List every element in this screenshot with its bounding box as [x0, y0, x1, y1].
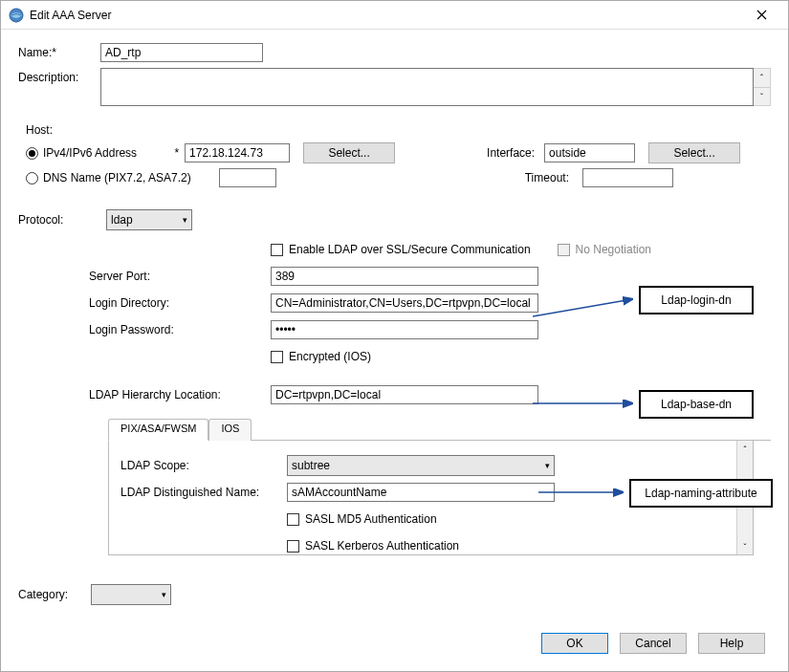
login-dir-input[interactable]	[271, 293, 538, 313]
timeout-label: Timeout:	[525, 171, 582, 184]
sasl-md5-label: SASL MD5 Authentication	[305, 512, 437, 526]
category-row: Category: ▾	[18, 584, 771, 605]
chevron-down-icon: ▾	[545, 461, 550, 470]
interface-label: Interface:	[487, 146, 544, 160]
scope-select[interactable]: subtree ▾	[287, 455, 555, 476]
login-pw-row: Login Password:	[89, 316, 771, 343]
host-select-button[interactable]: Select...	[303, 142, 395, 163]
dn-input[interactable]	[287, 483, 555, 502]
ldap-tabstrip: PIX/ASA/FWSM IOS	[108, 418, 771, 441]
ipv4-ipv6-input[interactable]	[185, 143, 290, 163]
host-section: Host: IPv4/IPv6 Address * Select... Inte…	[18, 123, 771, 190]
scope-row: LDAP Scope: subtree ▾	[121, 452, 724, 479]
enable-ssl-label: Enable LDAP over SSL/Secure Communicatio…	[289, 243, 531, 256]
sasl-krb-label: SASL Kerberos Authentication	[305, 539, 459, 553]
login-pw-label: Login Password:	[89, 323, 271, 336]
server-port-label: Server Port:	[89, 270, 271, 283]
close-button[interactable]	[742, 2, 780, 29]
sasl-krb-row: SASL Kerberos Authentication	[121, 532, 724, 559]
annotation-base-dn: Ldap-base-dn	[639, 390, 754, 419]
chevron-down-icon: ▾	[162, 590, 166, 599]
arrow-login-dn	[533, 293, 638, 322]
svg-line-1	[533, 299, 632, 316]
help-button[interactable]: Help	[698, 633, 765, 654]
dn-label: LDAP Distinguished Name:	[121, 486, 287, 499]
description-input[interactable]	[100, 68, 754, 106]
hierarchy-input[interactable]	[271, 385, 538, 404]
protocol-select[interactable]: ldap ▾	[106, 209, 192, 230]
tab-ios[interactable]: IOS	[208, 419, 252, 441]
host-dns-row: DNS Name (PIX7.2, ASA7.2) Timeout:	[26, 165, 771, 190]
description-label: Description:	[18, 68, 100, 84]
sasl-md5-checkbox[interactable]	[287, 513, 299, 526]
protocol-value: ldap	[111, 213, 133, 227]
interface-select-button[interactable]: Select...	[648, 142, 740, 163]
scroll-up-icon[interactable]: ˆ	[737, 441, 753, 457]
no-negotiation-checkbox	[558, 244, 570, 256]
protocol-row: Protocol: ldap ▾	[18, 209, 771, 230]
login-pw-input[interactable]	[271, 320, 538, 339]
ssl-row: Enable LDAP over SSL/Secure Communicatio…	[89, 236, 771, 263]
scroll-up-icon[interactable]: ˆ	[754, 69, 770, 88]
host-addr-row: IPv4/IPv6 Address * Select... Interface:…	[26, 141, 771, 165]
interface-input[interactable]	[544, 143, 635, 163]
scroll-down-icon[interactable]: ˇ	[737, 538, 753, 554]
chevron-down-icon: ▾	[183, 215, 187, 225]
scope-value: subtree	[292, 459, 330, 472]
name-label: Name:*	[18, 46, 100, 59]
sasl-krb-checkbox[interactable]	[287, 540, 299, 553]
dns-input[interactable]	[219, 168, 276, 187]
arrow-base-dn	[533, 397, 638, 410]
content-area: Name:* Description: ˆ ˇ Host: IPv4/IPv6 …	[1, 30, 788, 620]
name-row: Name:*	[18, 43, 771, 62]
tab-pix-asa-fwsm[interactable]: PIX/ASA/FWSM	[108, 419, 208, 441]
window-title: Edit AAA Server	[30, 9, 742, 22]
enable-ssl-checkbox[interactable]	[271, 244, 283, 256]
host-label: Host:	[26, 123, 771, 137]
sasl-md5-row: SASL MD5 Authentication	[121, 506, 724, 532]
login-dir-label: Login Directory:	[89, 296, 271, 310]
encrypted-row: Encrypted (IOS)	[89, 343, 771, 370]
ipv4-ipv6-label: IPv4/IPv6 Address	[43, 146, 137, 160]
scroll-down-icon[interactable]: ˇ	[754, 88, 770, 106]
description-scrollbar[interactable]: ˆ ˇ	[754, 68, 771, 106]
dns-radio[interactable]	[26, 172, 38, 184]
category-label: Category:	[18, 588, 91, 601]
no-negotiation-label: No Negotiation	[576, 243, 651, 256]
arrow-naming-attr	[538, 486, 628, 499]
protocol-label: Protocol:	[18, 213, 106, 227]
ok-button[interactable]: OK	[541, 633, 608, 654]
addr-required-marker: *	[137, 146, 185, 160]
timeout-input[interactable]	[582, 168, 673, 187]
server-port-input[interactable]	[271, 267, 538, 286]
cancel-button[interactable]: Cancel	[620, 633, 687, 654]
annotation-naming-attr: Ldap-naming-attribute	[629, 479, 773, 508]
encrypted-label: Encrypted (IOS)	[289, 350, 371, 363]
hierarchy-label: LDAP Hierarchy Location:	[89, 388, 271, 401]
scope-label: LDAP Scope:	[121, 459, 287, 472]
titlebar: Edit AAA Server	[1, 1, 788, 30]
dns-label: DNS Name (PIX7.2, ASA7.2)	[43, 171, 191, 184]
ipv4-ipv6-radio[interactable]	[26, 147, 38, 160]
encrypted-checkbox[interactable]	[271, 351, 283, 363]
button-bar: OK Cancel Help	[541, 633, 765, 654]
category-select[interactable]: ▾	[91, 584, 171, 605]
app-icon	[9, 8, 24, 23]
description-row: Description: ˆ ˇ	[18, 68, 771, 106]
annotation-login-dn: Ldap-login-dn	[639, 286, 754, 314]
name-input[interactable]	[100, 43, 263, 62]
